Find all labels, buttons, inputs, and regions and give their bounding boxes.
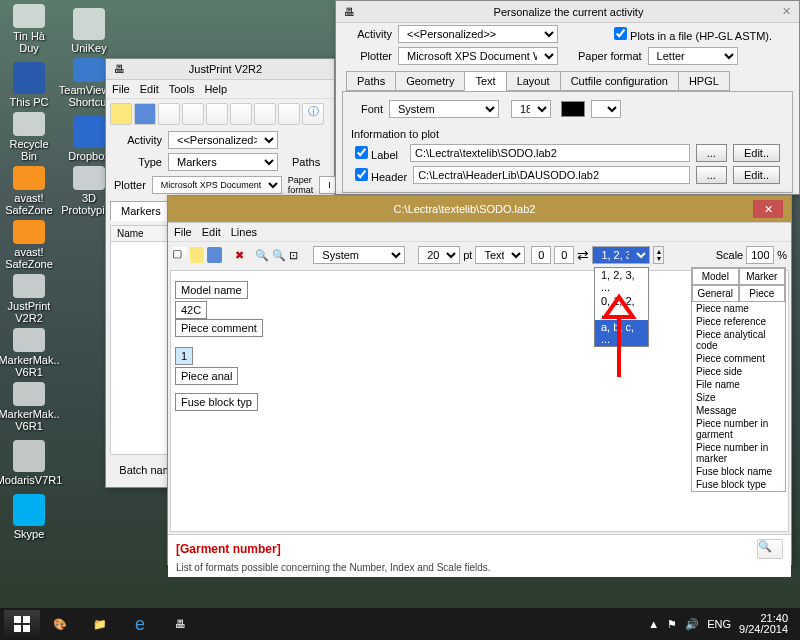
font-select[interactable]: System [313,246,405,264]
taskbar-app[interactable]: 📁 [80,610,120,638]
stepper-icon[interactable]: ▲▼ [653,246,664,264]
type-select[interactable]: Markers [168,153,278,171]
fontsize-select[interactable]: 20 [418,246,460,264]
block-fuseblock[interactable]: Fuse block typ [175,393,258,411]
browse-button[interactable]: ... [696,144,727,162]
list-item[interactable]: Message [692,404,785,417]
save-icon[interactable] [207,247,222,263]
tray-date[interactable]: 9/24/2014 [739,624,788,635]
edit-button[interactable]: Edit.. [733,166,780,184]
titlebar[interactable]: C:\Lectra\textelib\SODO.lab2✕ [168,196,791,223]
list-item[interactable]: Piece number in garment [692,417,785,441]
type-select[interactable]: Text [475,246,525,264]
taskbar-ie-icon[interactable]: e [120,610,160,638]
tool-help-icon[interactable]: ⓘ [302,103,324,125]
desktop-icon[interactable]: Tin Hà Duy [4,4,54,54]
desktop-icon[interactable]: Recycle Bin [4,112,54,162]
list-item[interactable]: File name [692,378,785,391]
desktop-icon[interactable]: avast! SafeZone [4,220,54,270]
new-icon[interactable]: ▢ [172,247,187,263]
list-item[interactable]: Fuse block type [692,478,785,491]
editor-canvas[interactable]: Model name 42C Piece comment 1 Piece ana… [170,270,789,532]
tray-icon[interactable]: ⚑ [667,618,677,631]
zoom-icon[interactable]: 🔍 [272,249,286,262]
desktop-icon[interactable]: This PC [4,58,54,108]
browse-button[interactable]: ... [696,166,727,184]
desktop-icon[interactable]: ModarisV7R1 [4,436,54,486]
list-item[interactable]: Piece reference [692,315,785,328]
tab-text[interactable]: Text [464,71,506,91]
num-input[interactable] [531,246,551,264]
dropdown-item[interactable]: 1, 2, 3, ... [595,268,648,294]
header-path-input[interactable] [413,166,690,184]
list-item[interactable]: Size [692,391,785,404]
menu-lines[interactable]: Lines [231,226,257,238]
label-path-input[interactable] [410,144,690,162]
tool-cut-icon[interactable] [158,103,180,125]
font-select[interactable]: System [389,100,499,118]
tab-markers[interactable]: Markers [110,201,172,221]
list-item[interactable]: Fuse block name [692,465,785,478]
delete-icon[interactable]: ✖ [235,249,244,262]
tool-copy-icon[interactable] [182,103,204,125]
preview-icon[interactable]: 🔍 [757,539,783,559]
tab-hpgl[interactable]: HPGL [678,71,730,91]
menu-edit[interactable]: Edit [202,226,221,238]
swap-icon[interactable]: ⇄ [577,247,589,263]
activity-select[interactable]: <<Personalized>> [168,131,278,149]
tool-preview-icon[interactable] [254,103,276,125]
desktop-icon[interactable]: MarkerMak.. V6R1 [4,328,54,378]
titlebar[interactable]: 🖶Personalize the current activity✕ [336,1,799,23]
taskbar-app[interactable]: 🖶 [160,610,200,638]
block-modelname[interactable]: Model name [175,281,248,299]
desktop-icon[interactable]: MarkerMak.. V6R1 [4,382,54,432]
tab-cutfile[interactable]: Cutfile configuration [560,71,679,91]
tool-settings-icon[interactable] [278,103,300,125]
tool-save-icon[interactable] [134,103,156,125]
scale-input[interactable] [746,246,774,264]
tool-open-icon[interactable] [110,103,132,125]
arrow-select[interactable]: ↘ [591,100,621,118]
tab-general[interactable]: General [692,285,739,302]
list-item[interactable]: Piece side [692,365,785,378]
list-item[interactable]: Piece comment [692,352,785,365]
tab-layout[interactable]: Layout [506,71,561,91]
tool-print-icon[interactable] [230,103,252,125]
titlebar[interactable]: 🖶JustPrint V2R2 [106,59,334,80]
list-item[interactable]: Piece name [692,302,785,315]
block-pieceanal[interactable]: Piece anal [175,367,238,385]
block-piececomment[interactable]: Piece comment [175,319,263,337]
block-42c[interactable]: 42C [175,301,207,319]
taskbar-app[interactable]: 🎨 [40,610,80,638]
tab-marker[interactable]: Marker [739,268,786,285]
tab-model[interactable]: Model [692,268,739,285]
close-icon[interactable]: ✕ [782,5,791,18]
label-checkbox[interactable] [355,146,368,159]
plotter-select[interactable]: Microsoft XPS Document Writer [398,47,558,65]
menu-tools[interactable]: Tools [169,83,195,95]
plots-checkbox[interactable] [614,27,627,40]
menu-file[interactable]: File [174,226,192,238]
fit-icon[interactable]: ⊡ [289,249,298,262]
plotter-select[interactable]: Microsoft XPS Document Writer [152,176,282,194]
tray-icon[interactable]: ▲ [648,618,659,630]
desktop-icon[interactable]: UniKey [64,4,114,54]
desktop-icon[interactable]: avast! SafeZone [4,166,54,216]
fontsize-select[interactable]: 18 [511,100,551,118]
tab-paths[interactable]: Paths [346,71,396,91]
tray-lang[interactable]: ENG [707,618,731,630]
desktop-icon[interactable]: JustPrint V2R2 [4,274,54,324]
menu-help[interactable]: Help [204,83,227,95]
edit-button[interactable]: Edit.. [733,144,780,162]
tool-paste-icon[interactable] [206,103,228,125]
tray-icon[interactable]: 🔊 [685,618,699,631]
menu-file[interactable]: File [112,83,130,95]
header-checkbox[interactable] [355,168,368,181]
color-swatch[interactable] [561,101,585,117]
num-input[interactable] [554,246,574,264]
number-format-select[interactable]: 1, 2, 3, ... [592,246,650,264]
find-icon[interactable]: 🔍 [255,249,269,262]
list-item[interactable]: Piece number in marker [692,441,785,465]
desktop-icon[interactable]: Skype [4,490,54,540]
start-button[interactable] [4,610,40,638]
